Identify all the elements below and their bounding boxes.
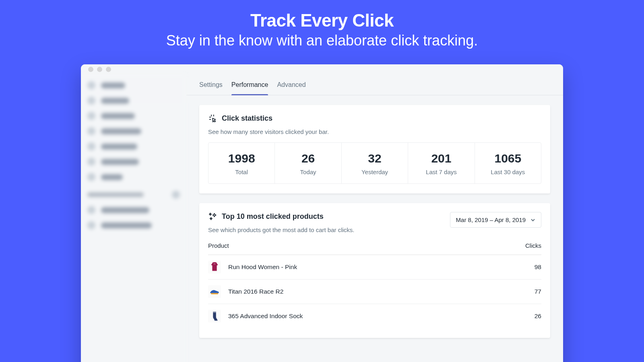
stat-value: 26: [279, 152, 337, 165]
col-clicks: Clicks: [525, 242, 541, 249]
top-products-subtitle: See which products got the most add to c…: [208, 226, 355, 233]
sidebar-section-header: [87, 191, 180, 199]
nav-icon: [87, 127, 95, 135]
stat-value: 1998: [213, 152, 270, 165]
stat-value: 201: [412, 152, 470, 165]
tabs: SettingsPerformanceAdvanced: [186, 74, 563, 95]
click-stats-subtitle: See how many store visitors clicked your…: [208, 128, 541, 135]
hero-title: Track Every Click: [0, 10, 644, 31]
product-cell: Titan 2016 Race R2: [208, 285, 283, 298]
product-thumbnail: [208, 261, 221, 274]
table-row[interactable]: Run Hood Women - Pink98: [208, 255, 541, 280]
cursor-click-icon: [208, 114, 217, 123]
sidebar-item[interactable]: [87, 142, 180, 150]
top-products-table: Product Clicks Run Hood Women - Pink98Ti…: [208, 241, 541, 328]
window-min-dot[interactable]: [97, 67, 102, 72]
clicks-value: 77: [535, 288, 541, 295]
sidebar-section-label: [87, 192, 144, 197]
col-product: Product: [208, 242, 229, 249]
product-name: 365 Advanced Indoor Sock: [228, 313, 303, 320]
sidebar-item-label: [101, 222, 152, 228]
sidebar-item[interactable]: [87, 158, 180, 166]
stat-label: Yesterday: [346, 169, 404, 175]
table-row[interactable]: Titan 2016 Race R277: [208, 280, 541, 304]
click-statistics-card: Click statistics See how many store visi…: [199, 105, 550, 193]
top-products-title: Top 10 most clicked products: [222, 212, 324, 221]
add-channel-icon[interactable]: [172, 191, 180, 199]
sidebar-item-label: [101, 144, 137, 150]
stat-label: Last 30 days: [479, 169, 537, 175]
nav-icon: [87, 158, 95, 166]
stat-last-30-days: 1065Last 30 days: [475, 143, 541, 183]
window-max-dot[interactable]: [106, 67, 111, 72]
sidebar-item[interactable]: [87, 97, 180, 105]
hero-subtitle: Stay in the know with an elaborate click…: [0, 32, 644, 49]
stat-label: Today: [279, 169, 337, 175]
tab-settings[interactable]: Settings: [199, 81, 223, 95]
channel-icon: [87, 221, 95, 229]
clicks-value: 26: [535, 313, 541, 320]
nav-icon: [87, 112, 95, 120]
product-cell: 365 Advanced Indoor Sock: [208, 310, 303, 323]
product-name: Run Hood Women - Pink: [228, 263, 297, 271]
product-name: Titan 2016 Race R2: [228, 288, 283, 295]
content-area: SettingsPerformanceAdvanced Click statis…: [186, 74, 563, 362]
sidebar-item[interactable]: [87, 112, 180, 120]
top-products-card: Top 10 most clicked products See which p…: [199, 203, 550, 338]
date-range-select[interactable]: Mar 8, 2019 – Apr 8, 2019: [450, 212, 541, 228]
product-thumbnail: [208, 285, 221, 298]
hero: Track Every Click Stay in the know with …: [0, 0, 644, 49]
sidebar-item-label: [101, 82, 125, 88]
stat-today: 26Today: [275, 143, 341, 183]
nav-icon: [87, 81, 95, 89]
window-close-dot[interactable]: [88, 67, 93, 72]
stat-yesterday: 32Yesterday: [342, 143, 408, 183]
sparkle-icon: [208, 212, 217, 221]
sidebar: [81, 74, 186, 362]
sidebar-item-label: [101, 113, 135, 119]
channel-icon: [87, 206, 95, 214]
stats-row: 1998Total26Today32Yesterday201Last 7 day…: [208, 142, 541, 184]
product-cell: Run Hood Women - Pink: [208, 261, 297, 274]
tab-advanced[interactable]: Advanced: [277, 81, 305, 95]
table-row[interactable]: 365 Advanced Indoor Sock26: [208, 304, 541, 328]
sidebar-item-label: [101, 98, 129, 104]
clicks-value: 98: [535, 263, 541, 271]
sidebar-channel-item[interactable]: [87, 206, 180, 214]
table-header: Product Clicks: [208, 241, 541, 255]
nav-icon: [87, 97, 95, 105]
sidebar-item[interactable]: [87, 81, 180, 89]
tab-performance[interactable]: Performance: [231, 81, 268, 95]
stat-label: Total: [213, 169, 270, 175]
sidebar-channel-item[interactable]: [87, 221, 180, 229]
stat-value: 32: [346, 152, 404, 165]
svg-rect-0: [213, 312, 216, 313]
stat-label: Last 7 days: [412, 169, 470, 175]
date-range-label: Mar 8, 2019 – Apr 8, 2019: [456, 216, 526, 223]
sidebar-item-label: [101, 159, 139, 165]
stat-value: 1065: [479, 152, 537, 165]
sidebar-item[interactable]: [87, 173, 180, 181]
sidebar-item-label: [101, 128, 141, 134]
product-thumbnail: [208, 310, 221, 323]
window-titlebar: [81, 64, 563, 74]
nav-icon: [87, 173, 95, 181]
app-window: SettingsPerformanceAdvanced Click statis…: [81, 64, 563, 362]
nav-icon: [87, 142, 95, 150]
click-stats-title: Click statistics: [222, 114, 272, 123]
stat-total: 1998Total: [208, 143, 275, 183]
sidebar-item-label: [101, 207, 149, 213]
chevron-down-icon: [530, 218, 535, 222]
sidebar-item[interactable]: [87, 127, 180, 135]
sidebar-item-label: [101, 174, 123, 180]
stat-last-7-days: 201Last 7 days: [408, 143, 475, 183]
